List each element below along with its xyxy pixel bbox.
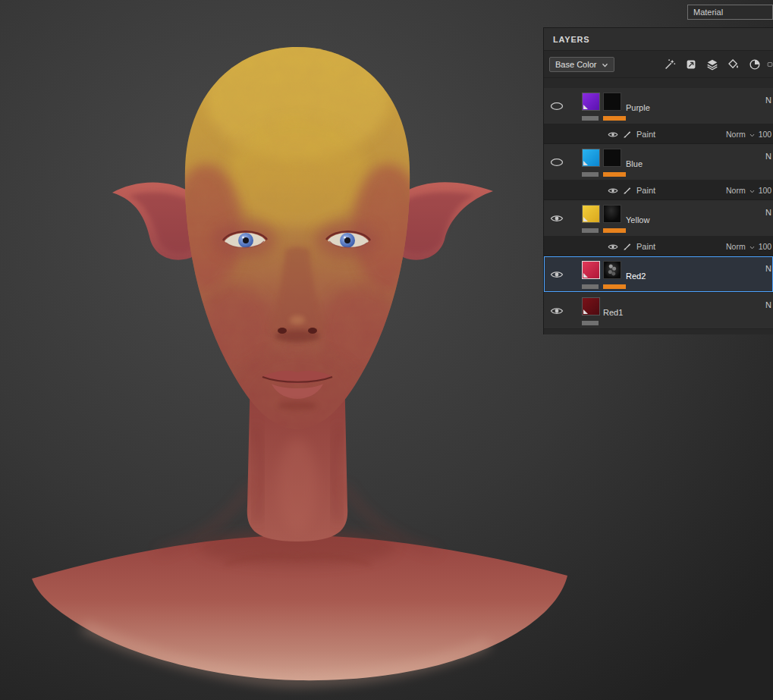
visibility-toggle-eye-icon[interactable] [550, 305, 565, 315]
channel-dropdown[interactable]: Base Color [549, 57, 614, 72]
add-effect-wand-icon[interactable] [661, 55, 679, 74]
chevron-down-icon [602, 60, 608, 69]
visibility-toggle-eye-icon[interactable] [550, 268, 565, 278]
material-opacity-bar[interactable] [582, 321, 599, 325]
layer-name: Red1 [603, 308, 623, 317]
layer-row-yellow[interactable]: Yellow N [544, 200, 773, 237]
material-opacity-bar[interactable] [582, 172, 599, 177]
mask-opacity-bar[interactable] [603, 284, 626, 289]
layer-mask-thumbnail[interactable] [603, 261, 621, 279]
smart-material-pie-icon[interactable] [746, 55, 764, 74]
layer-color-thumbnail[interactable] [582, 261, 600, 279]
visibility-toggle-eye-icon[interactable] [550, 212, 565, 222]
add-mask-icon[interactable] [682, 55, 700, 74]
layer-color-thumbnail[interactable] [582, 297, 600, 315]
layer-row-red2[interactable]: Red2 N [544, 256, 773, 293]
paint-label: Paint [636, 130, 655, 139]
mask-opacity-bar[interactable] [603, 172, 626, 177]
material-field-value: Material [693, 8, 723, 17]
layer-name: Blue [626, 159, 643, 168]
chevron-down-icon [749, 130, 755, 139]
fill-layer-bucket-icon[interactable] [724, 55, 743, 74]
material-opacity-bar[interactable] [582, 228, 599, 233]
layers-toolbar-icons [661, 55, 773, 74]
mask-opacity-bar[interactable] [603, 228, 626, 233]
layers-toolbar: Base Color [544, 51, 773, 78]
visibility-toggle-hidden-eye-icon[interactable] [550, 156, 565, 166]
paint-visibility-eye-icon[interactable] [608, 130, 618, 140]
blend-mode-label[interactable]: N [765, 208, 771, 217]
paint-label: Paint [636, 186, 655, 195]
paint-opacity-value[interactable]: 100 [759, 186, 772, 195]
layer-row-blue[interactable]: Blue N [544, 144, 773, 180]
layer-name: Yellow [626, 215, 649, 224]
material-opacity-bar[interactable] [582, 116, 599, 121]
paint-opacity-value[interactable]: 100 [759, 242, 772, 251]
blend-mode-label[interactable]: N [765, 96, 771, 105]
layer-name: Red2 [626, 272, 646, 281]
layer-mask-thumbnail[interactable] [603, 93, 621, 111]
chevron-down-icon [749, 186, 755, 195]
add-layer-stack-icon[interactable] [703, 55, 721, 74]
paint-visibility-eye-icon[interactable] [608, 243, 618, 252]
blend-mode-label[interactable]: N [765, 264, 771, 273]
layer-list: Purple N Paint Norm 100 [544, 88, 773, 329]
panel-spacer [544, 78, 773, 88]
channel-dropdown-value: Base Color [555, 60, 596, 69]
layer-row-purple[interactable]: Purple N [544, 88, 773, 124]
layer-color-thumbnail[interactable] [582, 149, 600, 167]
paint-visibility-eye-icon[interactable] [608, 187, 618, 196]
clipped-toolbar-icon[interactable] [767, 55, 773, 74]
paint-label: Paint [636, 242, 655, 251]
layers-panel-header: LAYERS [544, 28, 773, 51]
paint-brush-icon [623, 242, 632, 253]
layer-color-thumbnail[interactable] [582, 93, 600, 111]
paint-brush-icon [623, 186, 632, 196]
material-field[interactable]: Material [687, 5, 773, 20]
layers-panel: LAYERS Base Color [543, 27, 773, 334]
paint-blend-mode[interactable]: Norm [726, 242, 746, 251]
material-opacity-bar[interactable] [582, 284, 599, 289]
layer-row-red1[interactable]: Red1 N [544, 293, 773, 329]
chevron-down-icon [749, 242, 755, 251]
layer-color-thumbnail[interactable] [582, 205, 600, 223]
blend-mode-label[interactable]: N [765, 300, 771, 309]
paint-blend-mode[interactable]: Norm [726, 130, 746, 139]
paint-sublayer-row[interactable]: Paint Norm 100 [544, 124, 773, 144]
paint-sublayer-row[interactable]: Paint Norm 100 [544, 237, 773, 256]
mask-opacity-bar[interactable] [603, 116, 626, 121]
layer-mask-thumbnail[interactable] [603, 149, 621, 167]
layer-mask-thumbnail[interactable] [603, 205, 621, 223]
layer-name: Purple [626, 103, 650, 112]
blend-mode-label[interactable]: N [765, 152, 771, 161]
paint-opacity-value[interactable]: 100 [759, 130, 772, 139]
paint-brush-icon [623, 130, 632, 140]
visibility-toggle-hidden-eye-icon[interactable] [550, 100, 565, 110]
paint-sublayer-row[interactable]: Paint Norm 100 [544, 180, 773, 200]
layers-panel-title: LAYERS [553, 35, 589, 44]
paint-blend-mode[interactable]: Norm [726, 186, 746, 195]
